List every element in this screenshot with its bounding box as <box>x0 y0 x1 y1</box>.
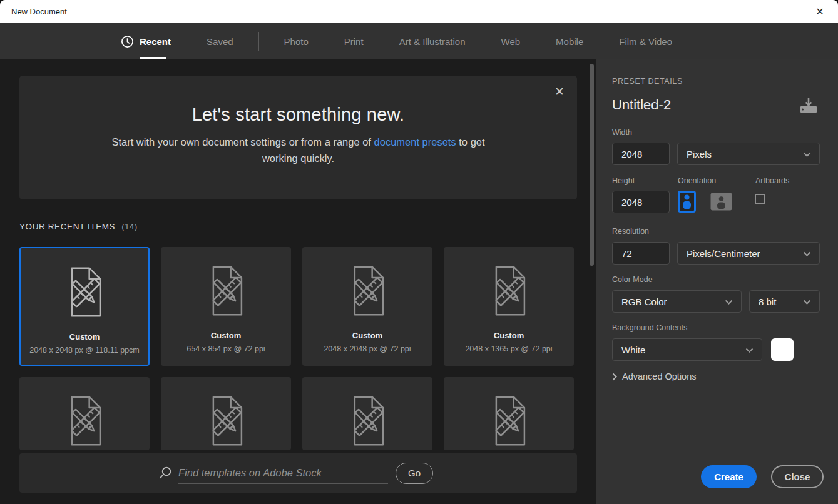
landscape-orientation-icon[interactable] <box>710 193 732 213</box>
portrait-orientation-icon[interactable] <box>678 191 696 214</box>
tab-web[interactable]: Web <box>501 23 521 59</box>
go-button[interactable]: Go <box>396 463 433 484</box>
hero-title: Let's start something new. <box>19 104 577 125</box>
hero-banner: ✕ Let's start something new. Start with … <box>19 76 577 199</box>
close-button[interactable]: Close <box>771 465 824 488</box>
new-document-dialog: New Document ✕ Recent Saved Photo Print … <box>0 0 838 504</box>
create-button[interactable]: Create <box>701 465 757 488</box>
window-close-icon[interactable]: ✕ <box>810 0 829 23</box>
tab-divider <box>258 32 259 51</box>
bit-depth-value: 8 bit <box>759 296 776 307</box>
preset-details-heading: PRESET DETAILS <box>612 77 683 86</box>
hero-text: Start with your own document settings or… <box>111 136 374 148</box>
tab-saved[interactable]: Saved <box>207 23 233 59</box>
chevron-down-icon <box>803 152 811 158</box>
window-title: New Document <box>11 7 67 16</box>
advanced-options-toggle[interactable]: Advanced Options <box>612 371 697 381</box>
adobe-stock-search-bar: Go <box>19 453 577 493</box>
document-preset-icon <box>56 263 113 321</box>
clock-icon <box>121 35 134 48</box>
advanced-options-label: Advanced Options <box>622 371 697 381</box>
tab-film-video[interactable]: Film & Video <box>619 23 672 59</box>
tab-recent[interactable]: Recent <box>121 23 171 59</box>
magnifier-icon <box>158 466 173 480</box>
recent-item-card[interactable] <box>161 377 291 450</box>
tab-photo[interactable]: Photo <box>284 23 309 59</box>
recent-item-title: Custom <box>69 332 100 341</box>
recent-item-card[interactable]: Custom 654 x 854 px @ 72 ppi <box>161 247 291 366</box>
recent-item-dims: 2048 x 1365 px @ 72 ppi <box>465 345 552 353</box>
orientation-label: Orientation <box>678 176 716 185</box>
resolution-unit-dropdown[interactable]: Pixels/Centimeter <box>677 242 820 265</box>
chevron-down-icon <box>803 251 811 257</box>
recent-item-card[interactable] <box>444 377 574 450</box>
tab-print[interactable]: Print <box>344 23 364 59</box>
recent-item-title: Custom <box>352 331 382 340</box>
save-preset-icon[interactable] <box>799 97 819 114</box>
chevron-right-icon <box>612 373 617 381</box>
chevron-down-icon <box>725 300 733 305</box>
tab-label: Saved <box>207 36 233 47</box>
recent-items-heading: YOUR RECENT ITEMS(14) <box>19 222 137 231</box>
recent-items-heading-text: YOUR RECENT ITEMS <box>19 222 115 231</box>
recent-item-title: Custom <box>211 331 241 340</box>
document-name-field[interactable] <box>612 94 794 116</box>
document-preset-icon <box>339 392 396 450</box>
document-preset-icon <box>197 392 255 450</box>
tab-label: Recent <box>140 36 171 47</box>
artboards-checkbox[interactable] <box>755 194 765 204</box>
bit-depth-dropdown[interactable]: 8 bit <box>749 290 820 313</box>
stock-search-input[interactable] <box>178 463 388 484</box>
document-preset-icon <box>480 262 538 320</box>
recent-item-card[interactable] <box>302 377 432 450</box>
resolution-label: Resolution <box>612 227 649 236</box>
recent-item-dims: 2048 x 2048 px @ 72 ppi <box>324 345 411 353</box>
tab-label: Art & Illustration <box>399 36 466 47</box>
color-mode-value: RGB Color <box>621 296 667 307</box>
recent-item-card[interactable]: Custom 2048 x 2048 px @ 72 ppi <box>302 247 432 366</box>
recent-items-count: (14) <box>121 222 137 231</box>
resolution-field[interactable] <box>612 242 670 265</box>
preset-details-panel: PRESET DETAILS Width Pixels Height Orien… <box>596 59 838 504</box>
width-unit-value: Pixels <box>687 149 712 159</box>
chevron-down-icon <box>745 348 754 353</box>
recent-item-dims: 654 x 854 px @ 72 ppi <box>187 345 265 353</box>
hero-subtitle: Start with your own document settings or… <box>98 134 499 166</box>
title-bar: New Document ✕ <box>0 0 838 23</box>
background-contents-dropdown[interactable]: White <box>612 338 762 361</box>
resolution-unit-value: Pixels/Centimeter <box>687 248 760 259</box>
chevron-down-icon <box>803 300 811 305</box>
vertical-scrollbar[interactable] <box>590 64 594 266</box>
background-contents-label: Background Contents <box>612 323 687 332</box>
height-label: Height <box>612 176 635 185</box>
recent-item-card[interactable] <box>19 377 150 450</box>
recent-item-title: Custom <box>494 331 524 340</box>
recent-item-dims: 2048 x 2048 px @ 118.11 ppcm <box>29 346 140 355</box>
hero-close-icon[interactable]: ✕ <box>552 82 567 101</box>
document-presets-link[interactable]: document presets <box>374 136 456 148</box>
color-mode-label: Color Mode <box>612 275 653 284</box>
document-preset-icon <box>480 392 538 450</box>
width-field[interactable] <box>612 143 670 165</box>
recent-item-card[interactable]: Custom 2048 x 1365 px @ 72 ppi <box>444 247 574 366</box>
height-field[interactable] <box>612 191 670 213</box>
category-tab-bar: Recent Saved Photo Print Art & Illustrat… <box>0 23 838 59</box>
document-preset-icon <box>339 262 396 320</box>
color-mode-dropdown[interactable]: RGB Color <box>612 290 742 313</box>
background-color-swatch[interactable] <box>771 338 794 361</box>
width-unit-dropdown[interactable]: Pixels <box>677 143 820 165</box>
background-contents-value: White <box>621 345 645 355</box>
tab-art-illustration[interactable]: Art & Illustration <box>399 23 466 59</box>
document-preset-icon <box>56 392 113 450</box>
tab-label: Mobile <box>556 36 583 47</box>
tab-label: Photo <box>284 36 309 47</box>
tab-mobile[interactable]: Mobile <box>556 23 583 59</box>
artboards-label: Artboards <box>755 176 789 185</box>
tab-label: Print <box>344 36 364 47</box>
tab-label: Film & Video <box>619 36 672 47</box>
recent-item-card[interactable]: Custom 2048 x 2048 px @ 118.11 ppcm <box>19 247 150 366</box>
tab-label: Web <box>501 36 521 47</box>
width-label: Width <box>612 128 632 137</box>
recent-content-area: ✕ Let's start something new. Start with … <box>0 59 595 504</box>
document-preset-icon <box>197 262 255 320</box>
